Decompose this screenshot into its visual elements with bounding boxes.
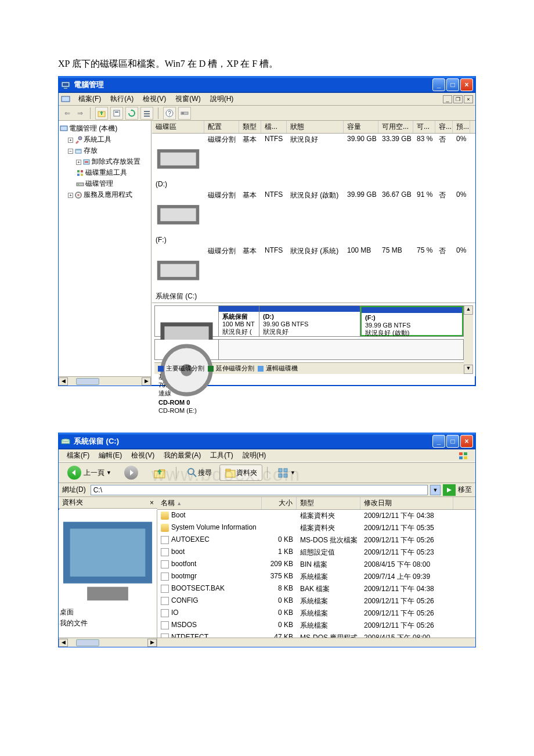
scroll-left-icon[interactable]: ◀ xyxy=(59,639,68,647)
file-list-header[interactable]: 名稱 ▲ 大小 類型 修改日期 xyxy=(157,497,475,510)
tree-diskmgmt[interactable]: 磁碟管理 xyxy=(85,179,113,188)
close-button[interactable]: × xyxy=(460,78,473,91)
go-button[interactable] xyxy=(443,484,456,496)
partition-system-reserved[interactable]: 系統保留 100 MB NT 狀況良好 ( xyxy=(219,306,259,336)
scroll-thumb[interactable] xyxy=(76,378,99,385)
folders-button[interactable]: 資料夾 xyxy=(219,465,262,481)
tree-horizontal-scrollbar[interactable]: ◀ ▶ xyxy=(59,376,151,386)
col-volume[interactable]: 磁碟區 xyxy=(152,121,204,133)
col-faulttol[interactable]: 容... xyxy=(435,121,453,133)
tree-storage[interactable]: 存放 xyxy=(84,146,98,154)
explorer-titlebar[interactable]: 系統保留 (C:) _ □ × xyxy=(59,433,475,449)
file-row[interactable]: AUTOEXEC0 KBMS-DOS 批次檔案2009/12/11 下午 05:… xyxy=(157,534,475,546)
close-folders-pane-icon[interactable]: × xyxy=(150,499,154,507)
menu-help[interactable]: 說明(H) xyxy=(238,449,271,462)
mdi-restore-button[interactable]: ❐ xyxy=(453,95,463,103)
menu-file[interactable]: 檔案(F) xyxy=(62,449,94,462)
partition-d[interactable]: (D:) 39.90 GB NTFS 狀況良好 xyxy=(259,306,360,336)
col-layout[interactable]: 配置 xyxy=(204,121,239,133)
list-icon[interactable] xyxy=(140,107,153,120)
file-row[interactable]: System Volume Information檔案資料夾2009/12/11… xyxy=(157,522,475,534)
menu-window[interactable]: 視窗(W) xyxy=(171,93,205,105)
volume-row[interactable]: 系統保留 (C:)磁碟分割基本NTFS狀況良好 (系統)100 MB75 MB7… xyxy=(152,245,475,303)
menu-edit[interactable]: 編輯(E) xyxy=(94,449,127,462)
file-row[interactable]: bootfont209 KBBIN 檔案2008/4/15 下午 08:00 xyxy=(157,559,475,571)
scroll-left-icon[interactable]: ◀ xyxy=(59,377,68,386)
up-button[interactable] xyxy=(148,465,171,481)
col-type[interactable]: 類型 xyxy=(297,497,360,509)
tree-removable[interactable]: 卸除式存放裝置 xyxy=(92,157,140,165)
col-percent[interactable]: 可... xyxy=(413,121,435,133)
file-row[interactable]: MSDOS0 KB系統檔案2009/12/11 下午 05:26 xyxy=(157,620,475,632)
tree-services[interactable]: 服務及應用程式 xyxy=(84,190,132,199)
maximize-button[interactable]: □ xyxy=(446,435,459,448)
settings-icon[interactable] xyxy=(178,107,191,120)
scroll-right-icon[interactable]: ▶ xyxy=(147,639,157,647)
tree-desktop[interactable]: 桌面 xyxy=(60,608,74,616)
menu-tools[interactable]: 工具(T) xyxy=(205,449,237,462)
file-row[interactable]: Boot檔案資料夾2009/12/11 下午 04:38 xyxy=(157,510,475,522)
nav-forward-icon[interactable]: ⇒ xyxy=(75,109,85,117)
back-button[interactable]: 上一頁 ▼ xyxy=(62,465,117,481)
mgmt-titlebar[interactable]: 電腦管理 _ □ × xyxy=(59,77,475,93)
menu-view[interactable]: 檢視(V) xyxy=(127,449,159,462)
disk-0-header[interactable]: 磁碟 0 基本 79.99 GB 連線 xyxy=(155,306,219,336)
col-size[interactable]: 大小 xyxy=(262,497,297,509)
volume-row[interactable]: (D:)磁碟分割基本NTFS狀況良好39.90 GB33.39 GB83 %否0… xyxy=(152,134,475,189)
expander-icon[interactable]: + xyxy=(68,138,73,143)
scroll-right-icon[interactable]: ▶ xyxy=(142,377,151,386)
file-row[interactable]: NTDETECT47 KBMS-DOS 應用程式2008/4/15 下午 08:… xyxy=(157,632,475,638)
views-button[interactable]: ▼ xyxy=(272,465,301,481)
disk-0-row[interactable]: 磁碟 0 基本 79.99 GB 連線 系統保留 100 MB NT xyxy=(154,305,464,337)
volume-row[interactable]: (F:)磁碟分割基本NTFS狀況良好 (啟動)39.99 GB36.67 GB9… xyxy=(152,189,475,245)
forward-button[interactable] xyxy=(119,465,146,481)
expander-icon[interactable]: + xyxy=(76,160,81,165)
minimize-button[interactable]: _ xyxy=(432,78,445,91)
menu-file[interactable]: 檔案(F) xyxy=(74,93,106,105)
menu-action[interactable]: 執行(A) xyxy=(106,93,138,105)
expander-icon[interactable]: + xyxy=(68,193,73,198)
mdi-close-button[interactable]: × xyxy=(464,95,473,103)
address-dropdown-icon[interactable]: ▼ xyxy=(430,485,441,495)
col-capacity[interactable]: 容量 xyxy=(344,121,378,133)
tree-mydocs[interactable]: 我的文件 xyxy=(60,619,88,627)
col-freespace[interactable]: 可用空... xyxy=(378,121,413,133)
vertical-scrollbar[interactable]: ▲ ▼ xyxy=(464,305,473,374)
mgmt-sysmenu-icon[interactable] xyxy=(61,95,70,104)
col-overhead[interactable]: 預... xyxy=(453,121,470,133)
col-filesystem[interactable]: 檔... xyxy=(261,121,287,133)
mdi-minimize-button[interactable]: _ xyxy=(443,95,452,103)
file-row[interactable]: IO0 KB系統檔案2009/12/11 下午 05:26 xyxy=(157,607,475,620)
col-status[interactable]: 狀態 xyxy=(287,121,344,133)
menu-favorites[interactable]: 我的最愛(A) xyxy=(159,449,205,462)
file-row[interactable]: CONFIG0 KB系統檔案2009/12/11 下午 05:26 xyxy=(157,595,475,607)
cdrom-0-row[interactable]: CD-ROM 0 CD-ROM (E:) xyxy=(154,339,464,360)
col-name[interactable]: 名稱 ▲ xyxy=(157,497,262,509)
properties-icon[interactable] xyxy=(110,107,123,120)
menu-help[interactable]: 說明(H) xyxy=(205,93,239,105)
search-button[interactable]: 搜尋 xyxy=(181,465,217,481)
mgmt-tree[interactable]: 電腦管理 (本機) +系統工具 −存放 +卸除式存放裝置 磁碟重組工具 磁碟管理… xyxy=(59,121,151,376)
help-icon[interactable]: ? xyxy=(163,107,176,120)
partition-f-active[interactable]: (F:) 39.99 GB NTFS 狀況良好 (啟動) xyxy=(360,306,463,336)
volume-list-header[interactable]: 磁碟區 配置 類型 檔... 狀態 容量 可用空... 可... 容... 預.… xyxy=(152,121,475,134)
scroll-thumb[interactable] xyxy=(76,639,99,646)
close-button[interactable]: × xyxy=(460,435,473,448)
refresh-icon[interactable] xyxy=(125,107,138,120)
minimize-button[interactable]: _ xyxy=(432,435,445,448)
folder-tree-scrollbar[interactable]: ◀ ▶ xyxy=(59,638,157,647)
folder-tree-pane[interactable]: 桌面 我的文件 我的電腦 +3.5 軟碟機 (A:) +系統保留 (C:) +本… xyxy=(59,510,157,638)
up-level-icon[interactable] xyxy=(95,107,108,120)
maximize-button[interactable]: □ xyxy=(446,78,459,91)
file-row[interactable]: BOOTSECT.BAK8 KBBAK 檔案2009/12/11 下午 04:3… xyxy=(157,583,475,595)
expander-icon[interactable]: − xyxy=(68,149,73,154)
file-list-pane[interactable]: Boot檔案資料夾2009/12/11 下午 04:38System Volum… xyxy=(157,510,475,638)
address-input[interactable] xyxy=(91,485,428,495)
cdrom-header[interactable]: CD-ROM 0 CD-ROM (E:) xyxy=(155,340,219,359)
nav-back-icon[interactable]: ⇐ xyxy=(62,109,73,117)
tree-systools[interactable]: 系統工具 xyxy=(84,135,111,143)
file-row[interactable]: bootmgr375 KB系統檔案2009/7/14 上午 09:39 xyxy=(157,571,475,583)
tree-root[interactable]: 電腦管理 (本機) xyxy=(69,124,117,132)
menu-view[interactable]: 檢視(V) xyxy=(138,93,171,105)
file-row[interactable]: boot1 KB組態設定值2009/12/11 下午 05:23 xyxy=(157,546,475,559)
